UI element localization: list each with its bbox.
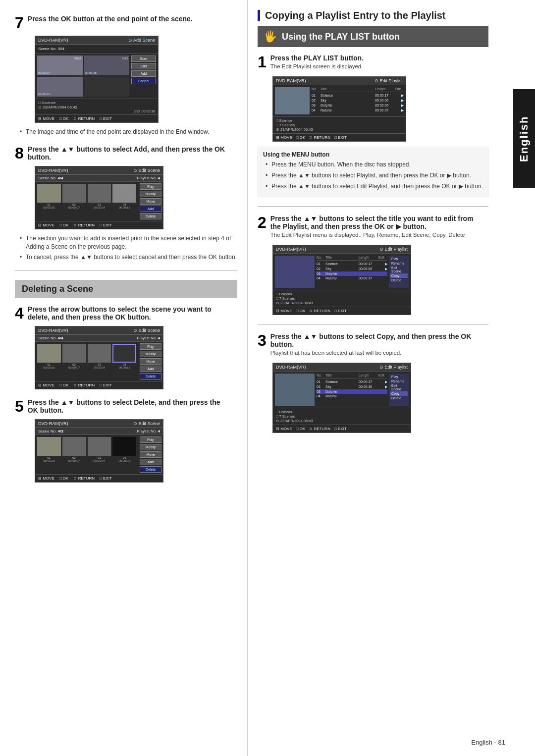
- btnd4-move[interactable]: Move: [140, 358, 161, 365]
- screend5-action: ⊙ Edit Scene: [133, 421, 160, 426]
- pls2-row-3: 03Dolphin: [317, 271, 387, 276]
- pls2-table-header: No. Title Length Edit: [317, 256, 387, 261]
- step-r3-subnote: Playlist that has been selected at last …: [270, 350, 477, 356]
- sub-section-block: 🖐 Using the PLAY LIST button: [258, 26, 488, 47]
- s8-exit: □ EXIT: [100, 223, 112, 227]
- pls1-row-2: 02Sky00:00:06▶: [312, 98, 404, 103]
- btn8-delete[interactable]: Delete: [140, 213, 161, 219]
- step8-bullet-2: To cancel, press the ▲▼ buttons to selec…: [20, 253, 237, 262]
- btnd4-play[interactable]: Play: [140, 343, 161, 350]
- step-r2-heading: Press the ▲▼ buttons to select the title…: [270, 215, 477, 230]
- pls2-table: No. Title Length Edit 01Science00:00:17▶…: [317, 256, 387, 288]
- step-r3-screen: DVD-RAM(VR) ⊙ Edit Playlist No. Title Le…: [272, 363, 411, 433]
- screend5-mode: DVD-RAM(VR): [38, 421, 68, 426]
- footer-return: ⊃ RETURN: [73, 116, 95, 121]
- menu-bullet-2: Press the ▲▼ buttons to select Playlist,…: [266, 171, 483, 180]
- scene-3: 03 00:00:04: [88, 184, 111, 219]
- sub-section-title: Using the PLAY LIST button: [282, 32, 400, 42]
- d4-playlist-no: Playlist No. 4: [137, 336, 160, 340]
- screen7-body: Start 00:09:13 End 00:00:38 00:00:13: [35, 54, 158, 99]
- pls2-info: □ Dolphin □ 7 Scenes ⊙ 23/APR/2004 06:43: [273, 290, 411, 307]
- step-d4-block: 4 Press the arrow buttons to select the …: [15, 305, 237, 389]
- screen8-scene-info: Scene No. 4/4 Playlist No. 4: [35, 175, 163, 182]
- scene-1: 01 00:00:26: [37, 184, 61, 219]
- step7-screen: DVD-RAM(VR) ⊙ Add Scene Scene No. 054 St…: [35, 36, 159, 123]
- pls2-thumb: [275, 256, 315, 288]
- screen7-footer: ⊟ MOVE □ OK ⊃ RETURN □ EXIT: [35, 114, 158, 122]
- menu-play[interactable]: Play: [390, 257, 408, 261]
- btnd4-modify[interactable]: Modify: [140, 351, 161, 357]
- btnd5-move[interactable]: Move: [140, 451, 161, 458]
- pls2-footer: ⊟ MOVE □ OK ⊃ RETURN □ EXIT: [273, 307, 411, 315]
- btn-cancel[interactable]: Cancel: [131, 78, 156, 84]
- step-r2-number: 2: [258, 215, 267, 230]
- pls3-info: □ Dolphin □ 7 Scenes ⊙ 23/APR/2004 06:43: [273, 408, 411, 425]
- btn-add[interactable]: Add: [131, 70, 156, 77]
- screen8-action: ⊙ Edit Scene: [133, 168, 160, 173]
- step8-screen: DVD-RAM(VR) ⊙ Edit Scene Scene No. 4/4 P…: [35, 166, 163, 229]
- step-8-block: 8 Press the ▲▼ buttons to select Add, an…: [15, 145, 237, 262]
- step-r1-heading: Press the PLAY LIST button.: [270, 54, 477, 62]
- menu3-editscene[interactable]: Edit Scene: [390, 383, 408, 391]
- step-d4-number: 4: [15, 305, 24, 321]
- screen7-info: □ Science ⊙ 23/APR/2004 06:43 End: 00:00…: [35, 99, 158, 114]
- menu-editscene[interactable]: Edit Scene: [390, 266, 408, 273]
- screen7-action: ⊙ Add Scene: [128, 38, 155, 43]
- menu3-copy[interactable]: Copy: [390, 391, 408, 396]
- btn8-play[interactable]: Play: [140, 183, 161, 190]
- step7-bullet-1: The image and time of the end point are …: [20, 128, 237, 136]
- pls1-row-1: 01Science00:00:17▶: [312, 93, 404, 98]
- right-column: Copying a Playlist Entry to the Playlist…: [248, 0, 513, 756]
- pls1-body: No. Title Length Edit 01Science00:00:17▶…: [273, 85, 406, 116]
- pls3-row-2: 02Sky00:00:36▶: [317, 384, 387, 389]
- pls1-mode: DVD-RAM(VR): [276, 78, 306, 83]
- btnd5-add[interactable]: Add: [140, 459, 161, 465]
- btnd5-delete[interactable]: Delete: [140, 466, 161, 473]
- menu-note-heading: Using the MENU button: [263, 151, 483, 158]
- main-title-block: Copying a Playlist Entry to the Playlist: [258, 10, 488, 21]
- main-section-title: Copying a Playlist Entry to the Playlist: [258, 10, 488, 21]
- step-r1-subnote: The Edit Playlist screen is displayed.: [270, 63, 477, 69]
- menu-delete[interactable]: Delete: [390, 278, 408, 282]
- pls1-thumb: [275, 87, 310, 114]
- btnd5-play[interactable]: Play: [140, 436, 161, 443]
- btn-end[interactable]: End: [131, 63, 156, 69]
- d5-scene-1: 01 00:00:26: [37, 437, 61, 472]
- pls1-table: No. Title Length Edit 01Science00:00:17▶…: [312, 87, 404, 114]
- d4-scene-3: 03 00:00:04: [88, 344, 111, 379]
- step-d5-screen: DVD-RAM(VR) ⊙ Edit Scene Scene No. 4/3 P…: [35, 419, 163, 483]
- screen8-header: DVD-RAM(VR) ⊙ Edit Scene: [35, 166, 163, 175]
- menu-copy[interactable]: Copy: [390, 273, 408, 278]
- divider-r1: [258, 206, 488, 207]
- d5-scene-4: 04 00:00:30: [112, 437, 136, 472]
- d5-scene-2: 02 00:00:07: [62, 437, 86, 472]
- edit-menu-popup: Play Rename Edit Scene Copy Delete: [389, 256, 409, 288]
- step-d5-heading: Press the ▲▼ buttons to select Delete, a…: [28, 398, 220, 414]
- edit-menu-popup-3: Play Rename Edit Scene Copy Delete: [389, 374, 409, 406]
- pls1-row-4: 04Natural00:00:37▶: [312, 108, 404, 113]
- pls1-action: ⊙ Edit Playlist: [374, 78, 403, 83]
- screen8-footer: ⊟ MOVE □ OK ⊃ RETURN □ EXIT: [35, 221, 163, 229]
- menu3-delete[interactable]: Delete: [390, 396, 408, 400]
- btnd5-modify[interactable]: Modify: [140, 444, 161, 450]
- btn8-modify[interactable]: Modify: [140, 191, 161, 197]
- s8-return: ⊃ RETURN: [73, 223, 95, 227]
- screend5-footer: ⊟ MOVE □ OK ⊃ RETURN □ EXIT: [35, 474, 163, 482]
- btnd4-delete[interactable]: Delete: [140, 373, 161, 379]
- step8-bullets: The section you want to add is inserted …: [20, 234, 237, 262]
- divider-1: [15, 270, 237, 271]
- menu-note-bullets: Press the MENU button. When the disc has…: [266, 161, 483, 190]
- menu3-play[interactable]: Play: [390, 375, 408, 379]
- menu3-rename[interactable]: Rename: [390, 379, 408, 383]
- s8-move: ⊟ MOVE: [38, 223, 54, 227]
- btn8-add[interactable]: Add: [140, 206, 161, 212]
- screen7-scene-no: Scene No. 054: [35, 45, 158, 54]
- menu-rename[interactable]: Rename: [390, 261, 408, 266]
- btn-start[interactable]: Start: [131, 55, 156, 62]
- screen7-date: ⊙ 23/APR/2004 06:43: [38, 105, 155, 109]
- pls3-table: No. Title Length Edit 01Science00:00:17▶…: [317, 374, 387, 406]
- btnd4-add[interactable]: Add: [140, 366, 161, 372]
- btn8-move[interactable]: Move: [140, 198, 161, 205]
- pls3-table-header: No. Title Length Edit: [317, 374, 387, 378]
- d4-scene-1: 01 00:00:26: [37, 344, 61, 379]
